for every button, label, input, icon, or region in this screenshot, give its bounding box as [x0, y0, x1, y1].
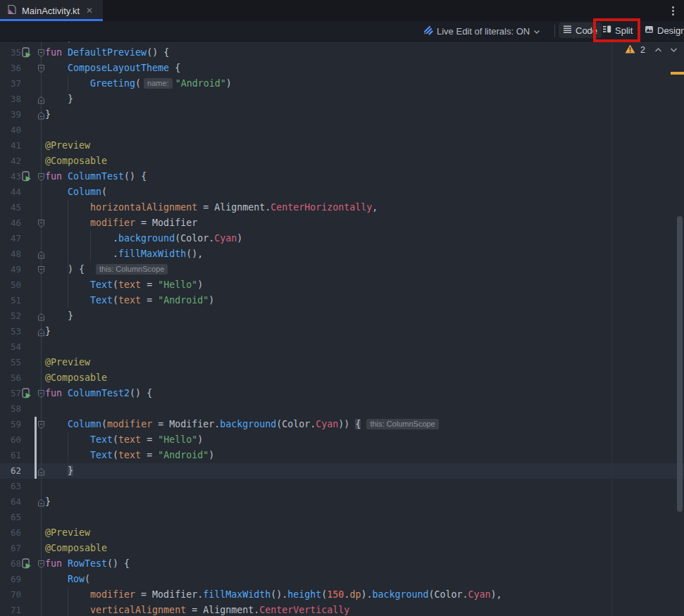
code-line: 49 ) { this: ColumnScope	[0, 262, 684, 277]
code-line: 42@Composable	[0, 153, 684, 169]
line-number: 48	[0, 246, 21, 262]
code-line: 37 Greeting(name:"Android")	[0, 76, 684, 92]
code-line: 55@Preview	[0, 355, 684, 370]
code-token: modifier	[107, 419, 152, 429]
code-token	[45, 605, 90, 615]
live-edit-label: Live Edit of literals: ON	[437, 26, 530, 37]
live-edit-icon	[423, 25, 433, 37]
code-token: ColumnTest2	[68, 388, 130, 398]
code-token: (Color.	[175, 233, 214, 244]
tab-close-icon[interactable]: ✕	[86, 6, 93, 15]
code-token: ),	[491, 589, 502, 600]
code-token: (	[113, 279, 118, 290]
code-line: 68fun RowTest() {	[0, 556, 684, 572]
code-line: 40	[0, 122, 684, 138]
code-text: @Preview	[45, 525, 90, 541]
code-line: 52 }	[0, 308, 684, 324]
inspections-widget[interactable]: 2	[625, 44, 678, 56]
warning-stripe-mark[interactable]	[671, 72, 684, 75]
code-token: fun	[45, 171, 62, 182]
view-mode-code-button[interactable]: Code	[559, 23, 602, 38]
run-preview-icon[interactable]	[21, 558, 32, 570]
kebab-menu-icon[interactable]	[668, 4, 678, 18]
prev-problem-icon[interactable]	[654, 45, 662, 55]
code-token: =	[141, 450, 158, 460]
code-line: 47 .background(Color.Cyan)	[0, 231, 684, 246]
code-token	[45, 279, 90, 290]
code-token: ,	[372, 202, 378, 213]
code-token	[45, 63, 68, 73]
view-mode-split-button[interactable]: Split	[598, 23, 637, 38]
code-token	[62, 171, 68, 182]
code-token: ).	[361, 589, 372, 600]
line-number: 66	[0, 525, 21, 541]
code-token	[45, 589, 90, 600]
split-button-label: Split	[615, 25, 633, 36]
line-number: 49	[0, 262, 21, 277]
code-token: (	[101, 419, 107, 429]
code-token: Greeting	[90, 78, 135, 89]
code-text: }	[45, 308, 73, 324]
code-token: ComposeLayoutTheme	[68, 63, 169, 73]
editor-toolbar: Live Edit of literals: ON Code Split	[0, 21, 684, 42]
code-token	[45, 202, 90, 213]
line-number: 70	[0, 587, 21, 603]
line-number: 58	[0, 401, 21, 417]
matched-brace: }	[68, 465, 73, 476]
code-token	[45, 434, 90, 445]
line-number: 38	[0, 92, 21, 107]
line-number: 59	[0, 417, 21, 432]
code-text: Text(text = "Android")	[45, 293, 214, 308]
code-token: (	[135, 78, 141, 89]
warning-count: 2	[640, 45, 645, 55]
code-token: fun	[45, 47, 62, 58]
code-token: = Modifier.	[135, 589, 203, 600]
run-preview-icon[interactable]	[21, 388, 32, 399]
code-text: fun ColumnTest2() {	[45, 386, 152, 401]
scrollbar-thumb[interactable]	[677, 216, 683, 512]
next-problem-icon[interactable]	[670, 45, 678, 55]
code-token: }	[45, 310, 73, 321]
code-token: @Preview	[45, 140, 90, 151]
code-token: (	[113, 295, 118, 306]
code-editor[interactable]: @Composable35fun DefaultPreview() {36 Co…	[0, 42, 684, 616]
code-token: {	[169, 63, 180, 73]
code-line: 63	[0, 479, 684, 494]
code-line: 36 ComposeLayoutTheme {	[0, 61, 684, 76]
code-token: @Preview	[45, 527, 90, 538]
code-token	[45, 419, 68, 429]
code-line: 61 Text(text = "Android")	[0, 448, 684, 463]
code-token: )	[237, 233, 242, 244]
code-line: 35fun DefaultPreview() {	[0, 45, 684, 61]
code-text: @Composable	[45, 153, 107, 169]
tab-mainactivity[interactable]: MainActivity.kt ✕	[0, 0, 103, 21]
code-line: 41@Preview	[0, 138, 684, 153]
line-number: 56	[0, 370, 21, 386]
code-line: 56@Composable	[0, 370, 684, 386]
code-button-label: Code	[576, 25, 597, 36]
run-preview-icon[interactable]	[21, 171, 32, 182]
inlay-hint-chip: this: ColumnScope	[366, 419, 438, 429]
code-token: background	[372, 589, 428, 600]
code-token: "Android"	[158, 295, 209, 306]
inlay-hint-chip: this: ColumnScope	[96, 264, 168, 275]
line-number: 39	[0, 107, 21, 122]
view-mode-design-button[interactable]: Design	[640, 23, 684, 38]
code-text: Text(text = "Android")	[45, 448, 214, 463]
code-token: horizontalAlignment	[90, 202, 197, 213]
code-token: modifier	[90, 218, 135, 228]
code-token: () {	[130, 388, 152, 398]
line-number: 47	[0, 231, 21, 246]
live-edit-dropdown[interactable]: Live Edit of literals: ON	[423, 21, 540, 41]
code-token: "Hello"	[158, 434, 197, 445]
code-token: @Preview	[45, 357, 90, 367]
code-text: fun RowTest() {	[45, 556, 130, 572]
line-number: 65	[0, 510, 21, 525]
line-number: 40	[0, 122, 21, 138]
code-text: @Preview	[45, 355, 90, 370]
line-number: 55	[0, 355, 21, 370]
code-token: }	[45, 94, 73, 104]
line-number: 71	[0, 603, 21, 616]
run-preview-icon[interactable]	[21, 47, 32, 58]
code-token: )	[197, 279, 203, 290]
